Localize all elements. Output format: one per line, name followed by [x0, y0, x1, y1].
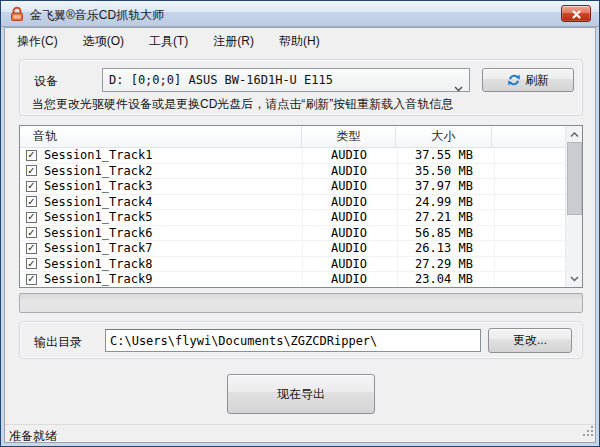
track-size: 37.55 MB [396, 148, 492, 162]
output-dir-label: 输出目录 [34, 334, 82, 351]
scroll-down-button[interactable] [566, 270, 583, 287]
table-header: 音轨 类型 大小 [20, 126, 565, 148]
column-header-track[interactable]: 音轨 [20, 126, 302, 147]
track-row[interactable]: ✓ Session1_Track7 AUDIO 26.13 MB [20, 241, 565, 257]
check-icon: ✓ [27, 212, 35, 222]
device-group: 设备 D: [0;0;0] ASUS BW-16D1H-U E115 刷新 当您… [19, 59, 583, 116]
menu-item-help[interactable]: 帮助(H) [269, 30, 330, 53]
menu-item-operation[interactable]: 操作(C) [7, 30, 68, 53]
device-label: 设备 [34, 73, 58, 90]
track-checkbox[interactable]: ✓ [26, 212, 37, 223]
track-checkbox[interactable]: ✓ [26, 243, 37, 254]
title-bar[interactable]: 金飞翼®音乐CD抓轨大师 [1, 1, 599, 27]
track-size: 23.04 MB [396, 272, 492, 286]
track-row[interactable]: ✓ Session1_Track8 AUDIO 27.29 MB [20, 257, 565, 273]
vertical-scrollbar[interactable] [565, 126, 582, 287]
track-type: AUDIO [302, 241, 396, 255]
track-size: 26.13 MB [396, 241, 492, 255]
track-checkbox[interactable]: ✓ [26, 258, 37, 269]
status-text: 准备就绪 [9, 428, 57, 445]
track-type: AUDIO [302, 148, 396, 162]
output-path-input[interactable] [105, 329, 481, 352]
table-body: ✓ Session1_Track1 AUDIO 37.55 MB ✓ Sessi… [20, 148, 565, 287]
check-icon: ✓ [27, 150, 35, 160]
check-icon: ✓ [27, 181, 35, 191]
menu-item-tools[interactable]: 工具(T) [139, 30, 198, 53]
menu-item-register[interactable]: 注册(R) [203, 30, 264, 53]
track-name: Session1_Track2 [44, 164, 302, 178]
track-row[interactable]: ✓ Session1_Track6 AUDIO 56.85 MB [20, 226, 565, 242]
track-row[interactable]: ✓ Session1_Track9 AUDIO 23.04 MB [20, 272, 565, 287]
refresh-button[interactable]: 刷新 [482, 68, 574, 92]
track-table: 音轨 类型 大小 ✓ Session1_Track1 AUDIO 37.55 M… [19, 125, 583, 288]
refresh-button-label: 刷新 [525, 72, 549, 89]
track-type: AUDIO [302, 226, 396, 240]
track-type: AUDIO [302, 210, 396, 224]
column-header-size[interactable]: 大小 [396, 126, 492, 147]
track-size: 35.50 MB [396, 164, 492, 178]
check-icon: ✓ [27, 197, 35, 207]
track-row[interactable]: ✓ Session1_Track2 AUDIO 35.50 MB [20, 164, 565, 180]
track-checkbox[interactable]: ✓ [26, 274, 37, 285]
progress-bar [19, 293, 583, 313]
track-checkbox[interactable]: ✓ [26, 150, 37, 161]
track-name: Session1_Track3 [44, 179, 302, 193]
check-icon: ✓ [27, 274, 35, 284]
check-icon: ✓ [27, 166, 35, 176]
check-icon: ✓ [27, 228, 35, 238]
status-bar: 准备就绪 [5, 424, 595, 442]
menu-bar: 操作(C) 选项(O) 工具(T) 注册(R) 帮助(H) [7, 30, 593, 52]
track-type: AUDIO [302, 195, 396, 209]
track-row[interactable]: ✓ Session1_Track3 AUDIO 37.97 MB [20, 179, 565, 195]
app-icon [9, 6, 25, 22]
track-size: 24.99 MB [396, 195, 492, 209]
track-row[interactable]: ✓ Session1_Track5 AUDIO 27.21 MB [20, 210, 565, 226]
device-select[interactable]: D: [0;0;0] ASUS BW-16D1H-U E115 [102, 68, 470, 92]
change-button[interactable]: 更改... [488, 328, 572, 353]
track-size: 37.97 MB [396, 179, 492, 193]
track-name: Session1_Track4 [44, 195, 302, 209]
track-checkbox[interactable]: ✓ [26, 227, 37, 238]
track-type: AUDIO [302, 272, 396, 286]
track-checkbox[interactable]: ✓ [26, 196, 37, 207]
track-checkbox[interactable]: ✓ [26, 165, 37, 176]
check-icon: ✓ [27, 243, 35, 253]
track-name: Session1_Track5 [44, 210, 302, 224]
scroll-up-button[interactable] [566, 126, 583, 143]
resize-grip[interactable] [581, 423, 594, 441]
export-button[interactable]: 现在导出 [227, 374, 375, 414]
track-row[interactable]: ✓ Session1_Track4 AUDIO 24.99 MB [20, 195, 565, 211]
menu-item-options[interactable]: 选项(O) [73, 30, 134, 53]
track-size: 27.29 MB [396, 257, 492, 271]
track-name: Session1_Track7 [44, 241, 302, 255]
close-button[interactable] [561, 5, 591, 22]
column-header-empty [492, 126, 565, 147]
track-size: 56.85 MB [396, 226, 492, 240]
window-title: 金飞翼®音乐CD抓轨大师 [30, 7, 164, 24]
track-type: AUDIO [302, 179, 396, 193]
device-hint-text: 当您更改光驱硬件设备或是更换CD光盘后，请点击“刷新”按钮重新载入音轨信息 [32, 96, 453, 113]
refresh-icon [507, 73, 521, 87]
close-icon [572, 5, 581, 23]
track-name: Session1_Track6 [44, 226, 302, 240]
track-name: Session1_Track9 [44, 272, 302, 286]
track-type: AUDIO [302, 164, 396, 178]
check-icon: ✓ [27, 259, 35, 269]
track-size: 27.21 MB [396, 210, 492, 224]
track-checkbox[interactable]: ✓ [26, 181, 37, 192]
track-row[interactable]: ✓ Session1_Track1 AUDIO 37.55 MB [20, 148, 565, 164]
scrollbar-thumb[interactable] [567, 142, 582, 215]
track-name: Session1_Track8 [44, 257, 302, 271]
output-group: 输出目录 更改... [19, 321, 583, 359]
track-name: Session1_Track1 [44, 148, 302, 162]
column-header-type[interactable]: 类型 [302, 126, 396, 147]
device-selected-value: D: [0;0;0] ASUS BW-16D1H-U E115 [109, 73, 333, 87]
app-window: 金飞翼®音乐CD抓轨大师 操作(C) 选项(O) 工具(T) 注册(R) 帮助(… [0, 0, 600, 447]
track-type: AUDIO [302, 257, 396, 271]
chevron-down-icon [454, 78, 463, 96]
